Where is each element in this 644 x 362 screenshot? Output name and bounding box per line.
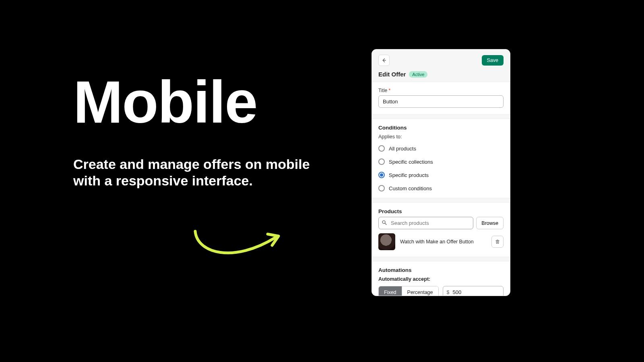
title-label: Title * bbox=[378, 88, 504, 93]
product-search-input[interactable] bbox=[378, 217, 473, 229]
page-header: Save Edit Offer Active bbox=[372, 49, 510, 82]
search-icon bbox=[382, 220, 387, 226]
browse-button[interactable]: Browse bbox=[476, 217, 504, 229]
title-label-text: Title bbox=[378, 88, 387, 93]
radio-option[interactable]: Specific collections bbox=[378, 158, 504, 165]
product-thumbnail bbox=[378, 233, 395, 250]
radio-option[interactable]: All products bbox=[378, 145, 504, 152]
radio-icon bbox=[378, 145, 385, 152]
radio-label: Custom conditions bbox=[389, 185, 432, 191]
save-button[interactable]: Save bbox=[482, 55, 504, 66]
amount-field-wrap: $ bbox=[443, 286, 504, 296]
radio-option[interactable]: Custom conditions bbox=[378, 185, 504, 191]
title-input[interactable] bbox=[378, 95, 504, 108]
products-heading: Products bbox=[378, 208, 504, 214]
page-title: Edit Offer bbox=[378, 71, 406, 78]
product-list-item: Watch with Make an Offer Button bbox=[378, 233, 504, 250]
radio-label: Specific collections bbox=[389, 159, 433, 165]
conditions-heading: Conditions bbox=[378, 125, 504, 131]
amount-input[interactable] bbox=[443, 286, 504, 296]
radio-label: All products bbox=[389, 146, 416, 152]
arrow-illustration bbox=[189, 225, 286, 265]
automations-heading: Automations bbox=[378, 267, 504, 273]
applies-radio-group: All productsSpecific collectionsSpecific… bbox=[378, 145, 504, 191]
radio-icon bbox=[378, 158, 385, 165]
required-asterisk: * bbox=[389, 88, 391, 93]
marketing-copy: Mobile Create and manage offers on mobil… bbox=[73, 72, 323, 189]
applies-to-label: Applies to: bbox=[378, 134, 504, 140]
trash-icon bbox=[495, 239, 500, 245]
auto-accept-label: Automatically accept: bbox=[378, 276, 504, 282]
amount-type-segmented: Fixed Percentage bbox=[378, 286, 439, 296]
marketing-subhead: Create and manage offers on mobile with … bbox=[73, 156, 323, 189]
back-button[interactable] bbox=[378, 55, 390, 66]
radio-option[interactable]: Specific products bbox=[378, 172, 504, 178]
remove-product-button[interactable] bbox=[491, 236, 504, 248]
mobile-preview: Save Edit Offer Active Title * Condition… bbox=[372, 49, 510, 296]
radio-icon bbox=[378, 185, 385, 191]
radio-label: Specific products bbox=[389, 172, 429, 178]
currency-prefix: $ bbox=[447, 290, 450, 295]
status-badge: Active bbox=[409, 71, 427, 78]
automations-card: Automations Automatically accept: Fixed … bbox=[372, 261, 510, 296]
arrow-left-icon bbox=[381, 58, 387, 63]
product-name: Watch with Make an Offer Button bbox=[400, 239, 487, 245]
marketing-headline: Mobile bbox=[73, 72, 323, 132]
seg-percentage[interactable]: Percentage bbox=[402, 286, 438, 296]
products-card: Products Browse Watch with Make an Offer… bbox=[372, 202, 510, 257]
seg-fixed[interactable]: Fixed bbox=[379, 286, 402, 296]
title-card: Title * bbox=[372, 82, 510, 115]
product-search-wrap bbox=[378, 217, 473, 229]
conditions-card: Conditions Applies to: All productsSpeci… bbox=[372, 119, 510, 198]
radio-icon bbox=[378, 172, 385, 178]
